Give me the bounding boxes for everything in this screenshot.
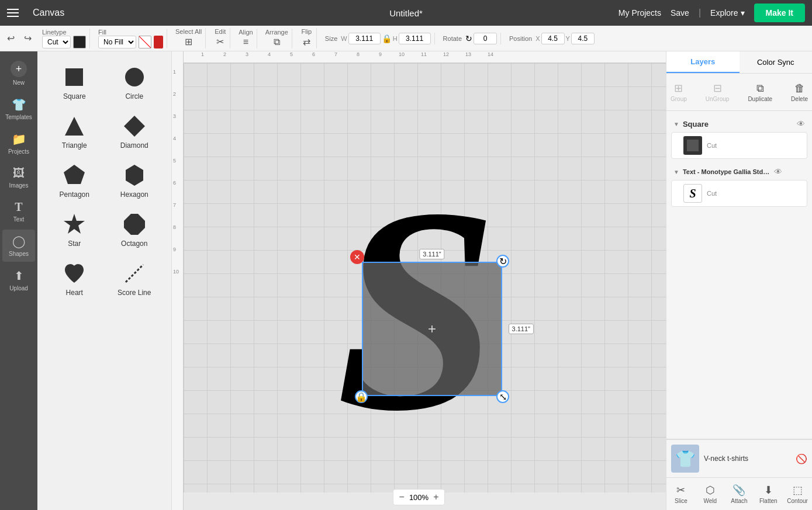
width-input[interactable]: 3.111 (348, 33, 381, 44)
edit-button[interactable]: ✂ (214, 35, 226, 48)
preview-panel: 👕 V-neck t-shirts 🚫 (666, 439, 812, 477)
attach-button[interactable]: 📎 Attach (725, 480, 754, 508)
shape-star[interactable]: Star (47, 208, 102, 252)
delete-icon: 🗑 (794, 82, 805, 95)
shape-heart[interactable]: Heart (47, 257, 102, 301)
rotate-input[interactable]: 0 (474, 33, 497, 44)
bottom-actions: ✂ Slice ⬡ Weld 📎 Attach ⬇ Flatten ⬚ C (666, 477, 812, 510)
edit-label: Edit (215, 28, 226, 35)
slice-button[interactable]: ✂ Slice (666, 480, 696, 508)
svg-marker-3 (124, 116, 145, 137)
topbar-right: My Projects Save | Explore ▾ Make It (618, 4, 805, 22)
layer-group-header-square[interactable]: ▼ Square 👁 (671, 116, 807, 132)
shape-square[interactable]: Square (47, 61, 102, 105)
shapes-icon: ◯ (12, 234, 25, 248)
height-input[interactable]: 3.111 (399, 33, 431, 44)
sidebar-item-images[interactable]: 🖼 Images (2, 162, 35, 193)
size-group: Size W 3.111 🔒 H 3.111 (322, 33, 435, 44)
linetype-color-swatch[interactable] (73, 36, 86, 48)
flip-group: Flip ⇄ (297, 28, 317, 48)
sidebar-item-new[interactable]: + New (2, 56, 35, 91)
shape-octagon[interactable]: Octagon (107, 208, 163, 252)
weld-icon: ⬡ (706, 484, 715, 497)
svg-rect-10 (687, 140, 699, 151)
group-button[interactable]: ⊞ Group (664, 78, 694, 106)
sidebar-item-text[interactable]: T Text (2, 196, 35, 227)
canvas-area[interactable]: 1 2 3 4 5 6 7 8 9 10 1 2 3 4 5 6 7 8 9 1… (172, 51, 666, 510)
shape-score-line[interactable]: Score Line (107, 257, 163, 301)
svg-marker-5 (126, 165, 143, 186)
sidebar-item-templates[interactable]: 👕 Templates (2, 93, 35, 125)
select-all-group: Select All ⊞ (172, 28, 206, 48)
layer-group-header-text[interactable]: ▼ Text - Monotype Gallia Std Re... 👁 (671, 164, 807, 180)
layer-visibility-toggle-text[interactable]: 👁 (774, 167, 782, 176)
linetype-select[interactable]: Cut (42, 36, 71, 48)
make-it-button[interactable]: Make It (754, 4, 805, 22)
selected-square[interactable]: 3.111" 3.111" + ✕ ↻ 🔒 ⤡ (362, 262, 502, 396)
layer-visibility-toggle[interactable]: 👁 (797, 119, 805, 129)
preview-thumbnail[interactable]: 👕 (671, 445, 699, 473)
sidebar-item-projects[interactable]: 📁 Projects (2, 127, 35, 159)
layer-info-square: Cut (707, 142, 802, 149)
align-button[interactable]: ≡ (241, 36, 251, 48)
tab-color-sync[interactable]: Color Sync (740, 51, 813, 73)
left-sidebar: + New 👕 Templates 📁 Projects 🖼 Images T … (0, 51, 37, 510)
bottom-section: 👕 V-neck t-shirts 🚫 ✂ Slice ⬡ Weld 📎 Att… (666, 439, 812, 510)
contour-button[interactable]: ⬚ Contour (783, 480, 812, 508)
scale-handle[interactable]: ⤡ (496, 390, 509, 403)
duplicate-button[interactable]: ⧉ Duplicate (741, 79, 779, 106)
fill-color-swatch[interactable] (139, 36, 151, 48)
hamburger-menu[interactable] (7, 9, 19, 17)
flatten-button[interactable]: ⬇ Flatten (754, 480, 783, 508)
weld-button[interactable]: ⬡ Weld (696, 480, 725, 508)
tshirt-icon: 👕 (675, 449, 696, 469)
rotate-handle[interactable]: ↻ (496, 255, 509, 268)
svg-marker-4 (64, 165, 85, 184)
my-projects-link[interactable]: My Projects (618, 8, 661, 18)
layer-item-square[interactable]: Cut (671, 132, 807, 159)
shape-diamond[interactable]: Diamond (107, 110, 163, 154)
explore-button[interactable]: Explore ▾ (710, 8, 744, 18)
y-input[interactable]: 4.5 (571, 33, 595, 44)
shape-pentagon[interactable]: Pentagon (47, 159, 102, 203)
zoom-in-button[interactable]: + (433, 492, 438, 502)
color-pen[interactable] (154, 36, 163, 48)
panel-actions: ⊞ Group ⊟ UnGroup ⧉ Duplicate 🗑 Delete (666, 74, 812, 111)
rotate-label: Rotate (443, 35, 462, 42)
undo-button[interactable]: ↩ (5, 32, 17, 45)
layer-thumb-square (683, 136, 702, 155)
shape-hexagon[interactable]: Hexagon (107, 159, 163, 203)
shape-circle[interactable]: Circle (107, 61, 163, 105)
align-group: Align ≡ (235, 29, 257, 48)
svg-marker-7 (124, 214, 145, 235)
flip-button[interactable]: ⇄ (300, 35, 313, 48)
save-link[interactable]: Save (671, 8, 689, 18)
ungroup-icon: ⊟ (713, 82, 722, 95)
lock-handle[interactable]: 🔒 (355, 390, 368, 403)
fill-select[interactable]: No Fill (98, 36, 136, 48)
preview-visibility-toggle[interactable]: 🚫 (796, 453, 807, 464)
delete-shape-button[interactable]: ✕ (350, 250, 364, 264)
text-icon: T (15, 200, 22, 214)
canvas-workspace[interactable]: S 3.111" 3.111" + ✕ ↻ 🔒 ⤡ (184, 63, 666, 492)
position-label: Position (509, 35, 532, 42)
zoom-out-button[interactable]: − (399, 492, 405, 502)
select-all-button[interactable]: ⊞ (182, 35, 195, 48)
toolbar: ↩ ↪ Linetype Cut Fill No Fill (0, 26, 812, 51)
score-line-icon (123, 262, 146, 285)
shape-triangle[interactable]: Triangle (47, 110, 102, 154)
arrange-label: Arrange (265, 29, 288, 36)
layer-item-text[interactable]: S Cut (671, 180, 807, 207)
arrange-button[interactable]: ⧉ (271, 36, 282, 48)
sidebar-item-upload[interactable]: ⬆ Upload (2, 264, 35, 296)
tab-layers[interactable]: Layers (666, 51, 740, 73)
projects-icon: 📁 (12, 132, 26, 146)
sidebar-item-shapes[interactable]: ◯ Shapes (2, 230, 35, 262)
triangle-icon (63, 115, 86, 138)
delete-button[interactable]: 🗑 Delete (784, 79, 812, 106)
circle-icon (123, 65, 146, 89)
shapes-grid: Square Circle Triangle (47, 61, 162, 301)
ungroup-button[interactable]: ⊟ UnGroup (699, 78, 737, 106)
redo-button[interactable]: ↪ (22, 32, 34, 45)
x-input[interactable]: 4.5 (541, 33, 565, 44)
